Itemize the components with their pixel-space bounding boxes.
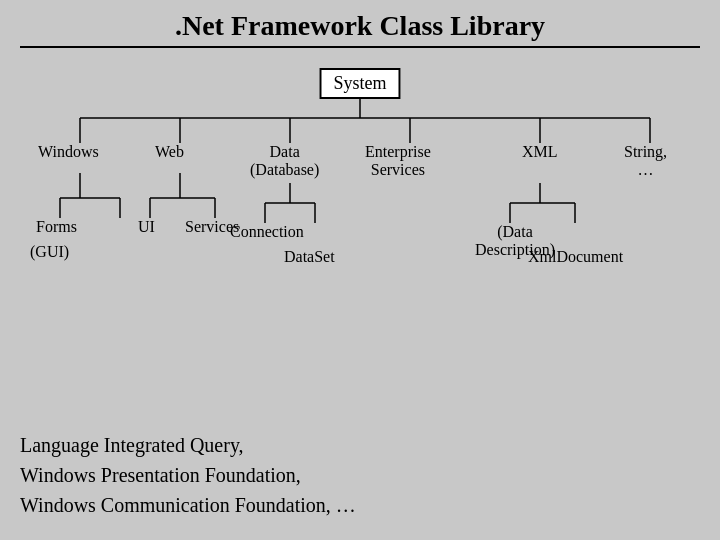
- services-label: Services: [365, 161, 431, 179]
- ui-node: UI: [138, 218, 155, 236]
- bottom-line-2: Windows Presentation Foundation,: [20, 460, 356, 490]
- web-node: Web: [155, 143, 184, 161]
- tree-diagram: System Windows Web Data (Database) Enter…: [20, 58, 700, 378]
- page: .Net Framework Class Library: [0, 0, 720, 540]
- system-box: System: [319, 68, 400, 99]
- bottom-line-3: Windows Communication Foundation, …: [20, 490, 356, 520]
- string-ellipsis: …: [624, 161, 667, 179]
- windows-node: Windows: [38, 143, 99, 161]
- system-node: System: [319, 68, 400, 99]
- forms-node: Forms: [36, 218, 77, 236]
- string-node: String, …: [624, 143, 667, 179]
- string-label: String,: [624, 143, 667, 161]
- dataset-node: DataSet: [284, 248, 335, 266]
- connection-node: Connection: [230, 223, 304, 241]
- database-label: (Database): [250, 161, 319, 179]
- data-desc-label: (Data: [475, 223, 555, 241]
- enterprise-label: Enterprise: [365, 143, 431, 161]
- bottom-text: Language Integrated Query, Windows Prese…: [20, 430, 356, 520]
- gui-node: (GUI): [30, 243, 69, 261]
- data-label: Data: [250, 143, 319, 161]
- tree-lines: [20, 58, 700, 378]
- data-node: Data (Database): [250, 143, 319, 179]
- bottom-line-1: Language Integrated Query,: [20, 430, 356, 460]
- xml-document-node: XmlDocument: [528, 248, 623, 266]
- xml-node: XML: [522, 143, 558, 161]
- enterprise-services-node: Enterprise Services: [365, 143, 431, 179]
- page-title: .Net Framework Class Library: [20, 10, 700, 42]
- title-divider: [20, 46, 700, 48]
